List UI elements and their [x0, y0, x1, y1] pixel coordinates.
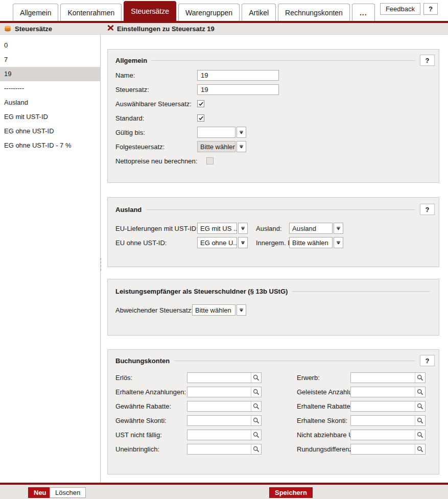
help-button[interactable]: ? — [423, 3, 438, 15]
ausland-value[interactable]: Ausland — [289, 223, 333, 234]
konto-lookup-field[interactable] — [187, 372, 262, 383]
tab-bar: Allgemein Kontenrahmen Steuersätze Waren… — [0, 0, 448, 21]
loeschen-button[interactable]: Löschen — [50, 487, 86, 498]
konto-lookup-field[interactable] — [187, 415, 262, 426]
magnifier-icon[interactable] — [415, 430, 425, 440]
konto-lookup-field[interactable] — [350, 387, 426, 397]
buchungskonten-row: Uneinbringlich:Rundungsdifferenzen: — [115, 442, 431, 456]
section-help-button[interactable]: ? — [420, 355, 435, 366]
konto-input[interactable] — [187, 416, 251, 425]
tab-artikel[interactable]: Artikel — [242, 4, 276, 21]
tab-rechnungskonten[interactable]: Rechnungskonten — [278, 4, 350, 21]
auswaehlbar-checkbox[interactable] — [197, 100, 204, 107]
body: 0 7 19 --------- Ausland EG mit UST-ID E… — [0, 35, 448, 483]
innergem-erwerb-combobox[interactable]: Bitte wählen — [289, 237, 431, 248]
section-title: Leistungsempfänger als Steuerschuldner (… — [115, 288, 288, 295]
folgesteuersatz-value[interactable]: Bitte wählen — [197, 141, 235, 152]
eu-mit-ustid-combobox[interactable]: EG mit US ... — [197, 223, 248, 234]
konto-lookup-field[interactable] — [187, 444, 262, 455]
tab-warengruppen[interactable]: Warengruppen — [178, 4, 240, 21]
dropdown-arrow-icon[interactable] — [237, 127, 246, 138]
section-title: Allgemein — [115, 57, 147, 64]
standard-checkbox[interactable] — [197, 114, 204, 122]
magnifier-icon[interactable] — [251, 430, 261, 440]
konto-input[interactable] — [351, 387, 415, 397]
magnifier-icon[interactable] — [251, 373, 261, 383]
list-item[interactable]: Ausland — [0, 96, 100, 110]
magnifier-icon[interactable] — [251, 416, 261, 425]
abweichender-steuersatz-value[interactable]: Bitte wählen — [192, 304, 235, 316]
steuersatz-input[interactable] — [197, 84, 279, 95]
tab-allgemein[interactable]: Allgemein — [13, 4, 58, 21]
gueltig-bis-value[interactable] — [197, 127, 235, 138]
eu-mit-ustid-value[interactable]: EG mit US ... — [197, 223, 237, 234]
magnifier-icon[interactable] — [251, 444, 261, 454]
konto-input[interactable] — [351, 416, 415, 425]
section-help-button[interactable]: ? — [420, 55, 435, 66]
list-item[interactable]: EG ohne UST-ID — [0, 124, 100, 138]
dropdown-arrow-icon[interactable] — [238, 223, 248, 234]
konto-lookup-field[interactable] — [350, 401, 426, 412]
eu-ohne-ustid-value[interactable]: EG ohne U... — [197, 237, 237, 248]
ausland-combobox[interactable]: Ausland — [289, 223, 431, 234]
list-item[interactable]: 0 — [0, 38, 100, 53]
main-header: Einstellungen zu Steuersatz 19 — [107, 23, 215, 34]
speichern-button[interactable]: Speichern — [269, 487, 313, 498]
tab-overflow[interactable]: ... — [352, 4, 375, 21]
sidebar-header: Steuersätze — [4, 23, 52, 34]
konto-input[interactable] — [187, 430, 251, 440]
konto-lookup-field[interactable] — [350, 444, 426, 455]
dropdown-arrow-icon[interactable] — [238, 237, 248, 248]
abweichender-steuersatz-combobox[interactable]: Bitte wählen — [192, 304, 246, 316]
konto-lookup-field[interactable] — [187, 401, 262, 412]
folgesteuersatz-combobox[interactable]: Bitte wählen — [197, 141, 246, 152]
divider — [292, 291, 430, 292]
konto-input[interactable] — [351, 373, 415, 383]
konto-input[interactable] — [351, 430, 415, 440]
innergem-erwerb-value[interactable]: Bitte wählen — [289, 237, 333, 248]
list-item[interactable]: EG ohne UST-ID - 7 % — [0, 138, 100, 153]
buchungskonten-rows: Erlös:Erwerb:Erhaltene Anzahlungen:Gelei… — [115, 370, 431, 456]
magnifier-icon[interactable] — [415, 444, 425, 454]
konto-input[interactable] — [187, 401, 251, 411]
dropdown-arrow-icon[interactable] — [237, 141, 246, 152]
magnifier-icon[interactable] — [251, 387, 261, 397]
buchungskonten-row: Gewährte Skonti:Erhaltene Skonti: — [115, 413, 431, 427]
buchungskonten-row: Gewährte Rabatte:Erhaltene Rabatte: — [115, 399, 431, 413]
konto-label: Erhaltene Skonti: — [297, 417, 350, 424]
magnifier-icon[interactable] — [415, 416, 425, 425]
name-input[interactable] — [197, 70, 279, 81]
konto-input[interactable] — [187, 444, 251, 454]
konto-lookup-field[interactable] — [187, 430, 262, 440]
magnifier-icon[interactable] — [251, 401, 261, 411]
gueltig-bis-combobox[interactable] — [197, 127, 246, 138]
konto-input[interactable] — [187, 387, 251, 397]
konto-lookup-field[interactable] — [350, 430, 426, 440]
list-item[interactable]: --------- — [0, 81, 100, 96]
konto-label: Gewährte Skonti: — [115, 417, 187, 424]
magnifier-icon[interactable] — [415, 387, 425, 397]
section-help-button[interactable]: ? — [420, 204, 435, 215]
eu-ohne-ustid-label: EU ohne UST-ID: — [115, 239, 197, 247]
konto-lookup-field[interactable] — [350, 372, 426, 383]
konto-input[interactable] — [187, 373, 251, 383]
list-item[interactable]: 7 — [0, 53, 100, 67]
konto-input[interactable] — [351, 401, 415, 411]
feedback-button[interactable]: Feedback — [380, 3, 420, 15]
tab-kontenrahmen[interactable]: Kontenrahmen — [60, 4, 122, 21]
konto-input[interactable] — [351, 444, 415, 454]
tab-steuersaetze[interactable]: Steuersätze — [124, 1, 176, 21]
konto-lookup-field[interactable] — [350, 415, 426, 426]
magnifier-icon[interactable] — [415, 401, 425, 411]
dropdown-arrow-icon[interactable] — [334, 237, 343, 248]
list-item[interactable]: EG mit UST-ID — [0, 110, 100, 124]
top-buttons: Feedback ? — [380, 3, 438, 15]
name-label: Name: — [115, 72, 197, 79]
list-item-selected[interactable]: 19 — [0, 67, 100, 81]
dropdown-arrow-icon[interactable] — [334, 223, 343, 234]
neu-button[interactable]: Neu — [28, 487, 52, 498]
eu-ohne-ustid-combobox[interactable]: EG ohne U... — [197, 237, 248, 248]
magnifier-icon[interactable] — [415, 373, 425, 383]
dropdown-arrow-icon[interactable] — [237, 304, 246, 316]
konto-lookup-field[interactable] — [187, 387, 262, 397]
